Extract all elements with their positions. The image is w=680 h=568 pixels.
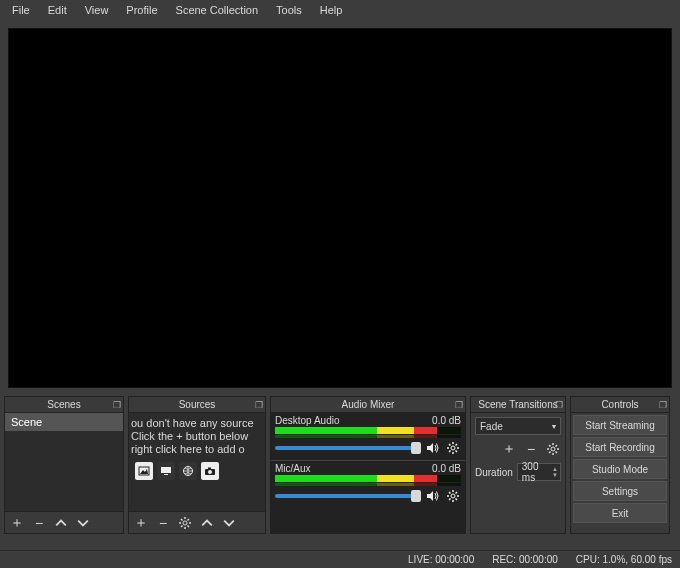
start-streaming-button[interactable]: Start Streaming (573, 415, 667, 435)
speaker-icon[interactable] (425, 488, 441, 504)
volume-meter (275, 475, 461, 482)
menu-file[interactable]: File (4, 2, 38, 18)
svg-line-15 (181, 525, 183, 527)
popout-icon[interactable]: ❐ (659, 397, 667, 413)
svg-point-8 (183, 521, 187, 525)
speaker-icon[interactable] (425, 440, 441, 456)
controls-body: Start Streaming Start Recording Studio M… (571, 413, 669, 533)
exit-button[interactable]: Exit (573, 503, 667, 523)
gear-icon[interactable] (445, 440, 461, 456)
channel-db: 0.0 dB (432, 463, 461, 474)
volume-meter (275, 435, 461, 438)
sources-header: Sources ❐ (129, 397, 265, 413)
mixer-channel-mic: Mic/Aux 0.0 dB (271, 460, 465, 508)
sources-body[interactable]: ou don't have any source Click the + but… (129, 413, 265, 511)
svg-line-23 (449, 444, 451, 446)
svg-line-36 (456, 492, 458, 494)
source-up-button[interactable] (199, 515, 215, 531)
menu-help[interactable]: Help (312, 2, 351, 18)
display-source-icon (157, 462, 175, 480)
svg-line-34 (456, 499, 458, 501)
volume-slider[interactable] (275, 446, 421, 450)
svg-line-26 (456, 444, 458, 446)
channel-name: Desktop Audio (275, 415, 340, 426)
scenes-title: Scenes (47, 399, 80, 410)
mixer-channel-desktop: Desktop Audio 0.0 dB (271, 413, 465, 460)
remove-scene-button[interactable]: − (31, 515, 47, 531)
scenes-list[interactable]: Scene (5, 413, 123, 511)
scene-item[interactable]: Scene (5, 413, 123, 431)
status-cpu: CPU: 1.0%, 60.00 fps (576, 554, 672, 565)
status-rec: REC: 00:00:00 (492, 554, 558, 565)
duration-value: 300 ms (522, 461, 552, 483)
source-type-icons (129, 460, 265, 482)
mixer-title: Audio Mixer (342, 399, 395, 410)
popout-icon[interactable]: ❐ (255, 397, 263, 413)
svg-rect-2 (161, 467, 171, 473)
image-source-icon (135, 462, 153, 480)
transition-select[interactable]: Fade ▾ (475, 417, 561, 435)
sources-toolbar: ＋ − (129, 511, 265, 533)
svg-point-28 (451, 494, 455, 498)
volume-meter (275, 427, 461, 434)
status-live: LIVE: 00:00:00 (408, 554, 474, 565)
menu-scene-collection[interactable]: Scene Collection (168, 2, 267, 18)
spin-down-icon[interactable]: ▼ (552, 472, 558, 478)
svg-line-45 (556, 445, 558, 447)
svg-line-13 (181, 519, 183, 521)
scene-down-button[interactable] (75, 515, 91, 531)
controls-header: Controls ❐ (571, 397, 669, 413)
transition-properties-button[interactable] (545, 441, 561, 457)
sources-title: Sources (179, 399, 216, 410)
add-scene-button[interactable]: ＋ (9, 515, 25, 531)
dropdown-icon: ▾ (552, 422, 556, 431)
studio-mode-button[interactable]: Studio Mode (573, 459, 667, 479)
gear-icon[interactable] (445, 488, 461, 504)
menu-profile[interactable]: Profile (118, 2, 165, 18)
menu-edit[interactable]: Edit (40, 2, 75, 18)
popout-icon[interactable]: ❐ (555, 397, 563, 413)
remove-source-button[interactable]: − (155, 515, 171, 531)
add-source-button[interactable]: ＋ (133, 515, 149, 531)
menu-tools[interactable]: Tools (268, 2, 310, 18)
transitions-title: Scene Transitions (478, 399, 558, 410)
menu-view[interactable]: View (77, 2, 117, 18)
svg-marker-1 (140, 469, 148, 474)
preview-area[interactable] (8, 28, 672, 388)
status-bar: LIVE: 00:00:00 REC: 00:00:00 CPU: 1.0%, … (0, 550, 680, 568)
scene-up-button[interactable] (53, 515, 69, 531)
svg-line-24 (456, 451, 458, 453)
svg-line-43 (556, 452, 558, 454)
controls-title: Controls (601, 399, 638, 410)
svg-marker-27 (427, 491, 433, 501)
channel-db: 0.0 dB (432, 415, 461, 426)
svg-line-44 (549, 452, 551, 454)
scenes-header: Scenes ❐ (5, 397, 123, 413)
transitions-dock: Scene Transitions ❐ Fade ▾ ＋ − Duration … (470, 396, 566, 534)
mixer-body: Desktop Audio 0.0 dB Mic/Aux (271, 413, 465, 533)
dock-row: Scenes ❐ Scene ＋ − Sources ❐ ou don't ha… (0, 396, 680, 534)
source-properties-button[interactable] (177, 515, 193, 531)
popout-icon[interactable]: ❐ (113, 397, 121, 413)
svg-line-35 (449, 499, 451, 501)
remove-transition-button[interactable]: − (523, 441, 539, 457)
popout-icon[interactable]: ❐ (455, 397, 463, 413)
duration-spinbox[interactable]: 300 ms ▲▼ (517, 463, 561, 481)
sources-dock: Sources ❐ ou don't have any source Click… (128, 396, 266, 534)
channel-name: Mic/Aux (275, 463, 311, 474)
scenes-dock: Scenes ❐ Scene ＋ − (4, 396, 124, 534)
volume-slider[interactable] (275, 494, 421, 498)
transition-selected: Fade (480, 421, 503, 432)
mixer-header: Audio Mixer ❐ (271, 397, 465, 413)
svg-line-25 (449, 451, 451, 453)
svg-line-14 (188, 525, 190, 527)
settings-button[interactable]: Settings (573, 481, 667, 501)
globe-source-icon (179, 462, 197, 480)
svg-line-33 (449, 492, 451, 494)
start-recording-button[interactable]: Start Recording (573, 437, 667, 457)
svg-line-42 (549, 445, 551, 447)
transitions-header: Scene Transitions ❐ (471, 397, 565, 413)
source-down-button[interactable] (221, 515, 237, 531)
add-transition-button[interactable]: ＋ (501, 441, 517, 457)
svg-point-18 (451, 446, 455, 450)
